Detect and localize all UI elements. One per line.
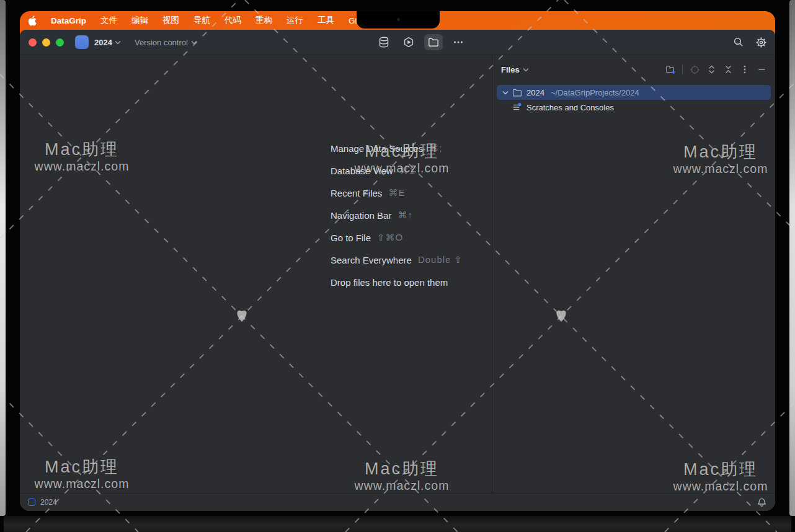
menubar-item-edit[interactable]: 编辑 [131, 15, 148, 26]
run-icon[interactable] [399, 34, 418, 50]
shortcut-keys: ⌘; [429, 143, 442, 154]
titlebar-toolbar [375, 30, 468, 55]
shortcut-keys: ⌘E [388, 187, 405, 198]
toolbar-separator [682, 64, 683, 74]
menubar-item-view[interactable]: 视图 [162, 15, 179, 26]
shortcut-keys: ⌘1 [399, 165, 415, 176]
tree-row-project[interactable]: 2024 ~/DataGripProjects/2024 [497, 85, 771, 100]
menubar-item-navigate[interactable]: 导航 [193, 15, 210, 26]
camera-dot [397, 18, 400, 21]
menubar-item-code[interactable]: 代码 [224, 15, 241, 26]
chevron-down-icon[interactable] [500, 90, 510, 95]
close-button[interactable] [29, 38, 37, 47]
status-project-widget[interactable]: 2024 [28, 498, 57, 507]
tree-row-scratches[interactable]: Scratches and Consoles [497, 100, 771, 115]
window-titlebar: 2024 Version control [20, 30, 775, 55]
project-icon[interactable] [75, 35, 89, 49]
status-project-label: 2024 [40, 498, 57, 507]
vcs-widget-label[interactable]: Version control [135, 38, 188, 47]
traffic-lights [29, 38, 64, 47]
shortcut-keys: ⇧⌘O [377, 232, 403, 243]
camera-notch [357, 11, 440, 29]
files-panel-actions [663, 63, 769, 76]
notifications-bell-icon[interactable] [757, 497, 767, 508]
shortcut-link-navigation-bar[interactable]: Navigation Bar [331, 210, 391, 221]
shortcut-link-go-to-file[interactable]: Go to File [331, 233, 371, 243]
search-icon[interactable] [729, 34, 748, 50]
shortcut-row: Recent Files ⌘E [331, 182, 463, 204]
more-icon[interactable] [449, 34, 468, 50]
hide-panel-icon[interactable] [754, 63, 769, 76]
kebab-menu-icon[interactable] [737, 63, 752, 76]
new-folder-icon[interactable] [663, 63, 678, 76]
menubar-app-name[interactable]: DataGrip [51, 16, 86, 25]
shortcut-row: Navigation Bar ⌘↑ [331, 204, 463, 226]
main-content: Manage Data Sources ⌘; Database View ⌘1 … [20, 55, 775, 493]
fullscreen-button[interactable] [56, 38, 64, 47]
files-panel-header: Files [492, 59, 775, 80]
device-edge-left [0, 0, 6, 516]
shortcut-row: Manage Data Sources ⌘; [331, 137, 463, 159]
project-selector-label[interactable]: 2024 [94, 38, 112, 47]
apple-menu[interactable] [28, 16, 37, 26]
files-tool-window: Files [492, 55, 775, 493]
minimize-button[interactable] [42, 38, 50, 47]
settings-icon[interactable] [752, 34, 770, 50]
menubar-item-tools[interactable]: 工具 [318, 15, 334, 26]
shortcut-keys: ⌘↑ [398, 210, 413, 221]
screen: DataGrip 文件 编辑 视图 导航 代码 重构 运行 工具 Git 窗口 … [20, 11, 775, 511]
tree-item-path: ~/DataGripProjects/2024 [551, 88, 639, 97]
chevron-down-icon[interactable] [191, 40, 197, 45]
datagrip-window: 2024 Version control [20, 30, 775, 511]
folder-icon[interactable] [424, 34, 443, 50]
tree-item-name: 2024 [526, 88, 544, 97]
scratches-icon [512, 102, 522, 112]
project-square-icon [28, 499, 35, 506]
menubar-item-file[interactable]: 文件 [100, 15, 117, 26]
folder-icon [512, 87, 522, 97]
chevron-down-icon[interactable] [115, 40, 121, 45]
shortcut-link-database-view[interactable]: Database View [331, 166, 393, 176]
editor-empty-area: Manage Data Sources ⌘; Database View ⌘1 … [20, 55, 492, 493]
shortcut-keys: Double ⇧ [418, 254, 463, 265]
chevron-down-icon[interactable] [523, 67, 529, 73]
files-tree: 2024 ~/DataGripProjects/2024 Scratches a… [492, 80, 775, 115]
database-icon[interactable] [375, 34, 393, 50]
device-chin [4, 516, 791, 532]
device-edge-right [789, 0, 795, 516]
shortcut-row: Drop files here to open them [331, 271, 463, 293]
status-bar: 2024 [20, 493, 775, 511]
menubar-item-run[interactable]: 运行 [286, 15, 303, 26]
locate-file-icon[interactable] [687, 63, 702, 76]
shortcut-link-search-everywhere[interactable]: Search Everywhere [331, 255, 412, 265]
menubar-item-refactor[interactable]: 重构 [255, 15, 272, 26]
files-panel-title[interactable]: Files [501, 65, 520, 74]
shortcut-row: Search Everywhere Double ⇧ [331, 249, 463, 271]
collapse-all-icon[interactable] [721, 63, 735, 76]
empty-state-shortcuts: Manage Data Sources ⌘; Database View ⌘1 … [331, 137, 463, 293]
expand-all-icon[interactable] [704, 63, 719, 76]
shortcut-row: Database View ⌘1 [331, 159, 463, 182]
shortcut-link-recent-files[interactable]: Recent Files [331, 188, 382, 198]
titlebar-right-actions [729, 30, 770, 55]
shortcut-link-manage-data-sources[interactable]: Manage Data Sources [331, 143, 423, 154]
tree-item-name: Scratches and Consoles [526, 103, 614, 112]
shortcut-row: Go to File ⇧⌘O [331, 226, 463, 249]
drop-files-hint: Drop files here to open them [331, 277, 448, 288]
apple-icon [28, 16, 37, 26]
